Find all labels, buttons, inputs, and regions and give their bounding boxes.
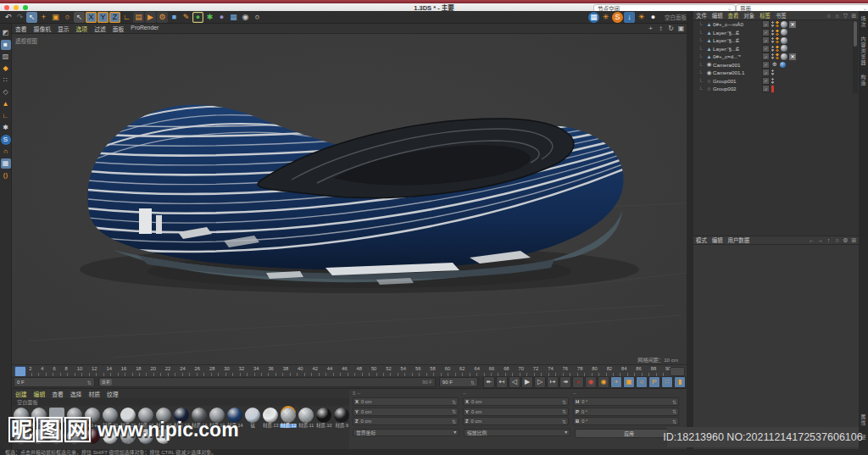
stepper-icon[interactable]: ⇅ [672,408,676,414]
material-swatch[interactable]: 材质.12 [280,407,298,428]
current-frame-input[interactable]: 0 F ⇅ [14,377,95,387]
sphere-badge[interactable] [781,21,787,28]
render-settings-icon[interactable]: ⚙ [157,12,168,23]
volume-icon[interactable]: ● [216,12,227,23]
target-badge[interactable]: ⊕ [771,61,778,68]
xtag-badge[interactable]: ✕ [789,21,796,28]
record-keyframe-icon[interactable]: ● [572,376,584,388]
material-swatch[interactable]: 材质.11 [298,407,315,428]
script-brackets-icon[interactable]: () [1,170,11,180]
object-row[interactable]: └○Group002✓ [693,85,853,93]
om-menu-书签[interactable]: 书签 [776,12,787,19]
polygons-mode-icon[interactable]: ▲ [1,99,11,109]
undo-icon[interactable]: ↶ [3,12,14,23]
key-position-icon[interactable]: + [610,376,622,388]
scale-mode-dropdown[interactable]: 缩放比例 ▾ [464,429,570,436]
lock-z-axis-icon[interactable]: Z [109,12,120,23]
sphere-badge[interactable] [781,29,787,36]
search-icon-icon[interactable]: ○ [825,12,832,19]
texture-mode-icon[interactable]: ▨ [1,52,11,62]
object-row[interactable]: └▲0#+_c—mÅ0✓✕ [693,20,853,29]
orange-badge[interactable] [776,30,779,36]
keyframe-selection-icon[interactable]: ▮ [674,376,686,388]
orange-badge[interactable] [776,46,779,52]
stepper-icon[interactable]: ⇅ [87,380,92,386]
render-view-icon[interactable]: ▤ [133,12,144,23]
home-icon-icon[interactable]: ⌂ [833,12,841,19]
workplane-mode-icon[interactable]: ◆ [1,64,11,74]
record-options-icon[interactable]: ◉ [585,376,597,388]
stepper-icon[interactable]: ⇅ [562,399,566,405]
viewport-menu-显示[interactable]: 显示 [58,25,70,33]
pen-spline-icon[interactable]: ✎ [181,12,192,23]
scale-tool-icon[interactable]: ▣ [50,12,61,23]
timeline-playhead[interactable] [14,366,26,377]
goto-start-icon[interactable]: ↞ [483,376,495,388]
object-row[interactable]: └▲Layer:'§...É✓ [693,45,853,53]
check-badge[interactable]: ✓ [762,36,770,44]
edges-mode-icon[interactable]: ◇ [1,87,11,97]
coordinate-field-X[interactable]: X0 cm⇅ [463,397,569,406]
range-start-chip[interactable]: 0 F [100,379,112,386]
coordinate-field-Z[interactable]: Z0 cm⇅ [463,417,569,425]
deformer-icon[interactable]: ✱ [204,12,215,23]
dots-badge[interactable] [771,78,774,84]
vertical-tab-属性[interactable]: 属性 [860,414,867,426]
up-arrow-icon-icon[interactable]: ↑ [825,236,832,244]
om-menu-标签[interactable]: 标签 [760,12,771,19]
am-menu-用户数据[interactable]: 用户数据 [728,236,750,244]
coordinate-field-H[interactable]: H0 °⇅ [573,397,679,406]
vertical-tab-构造[interactable]: 构造 [860,75,867,86]
sphere-badge[interactable] [781,37,787,44]
om-menu-查看[interactable]: 查看 [728,12,739,19]
timeline-ruler[interactable]: 0246810121416182022242628303234363840424… [12,364,687,376]
coordinate-field-P[interactable]: P0 °⇅ [573,408,679,416]
mat-menu-查看[interactable]: 查看 [52,390,64,398]
forward-arrow-icon-icon[interactable]: → [816,236,824,244]
last-tool-icon[interactable]: ↖ [74,12,85,23]
mograph-array-icon[interactable]: ▦ [228,12,239,23]
rotate-tool-icon[interactable]: ○ [62,12,73,23]
live-selection-icon[interactable]: ↖ [26,12,37,23]
qr-plugin-icon[interactable]: ▦ [588,12,599,23]
material-swatch[interactable]: 材质.13 [262,407,280,428]
object-row[interactable]: └◉Camera001.1✓ [693,69,853,77]
viewport-rotate-icon[interactable]: ↻ [666,24,676,33]
gear-icon-icon[interactable]: ⚙ [842,236,849,244]
object-row[interactable]: └▲Layer:'§...É✓ [693,36,853,45]
stepper-icon[interactable]: ⇅ [452,399,456,405]
dots-badge[interactable] [771,46,774,52]
key-parameter-icon[interactable]: P [648,376,660,388]
move-tool-icon[interactable]: + [38,12,49,23]
coordinate-system-icon[interactable]: ∟ [121,12,132,23]
stepper-icon[interactable]: ⇅ [452,419,456,424]
mat-menu-创建[interactable]: 创建 [15,390,27,398]
check-badge[interactable]: ✓ [762,53,770,60]
mat-menu-纹理[interactable]: 纹理 [107,390,119,398]
redbar-badge[interactable] [771,86,774,92]
vertical-tab-场次[interactable]: 场次 [860,16,867,28]
sketch-toon-icon[interactable]: S [612,12,623,23]
next-frame-icon[interactable]: ▷ [534,376,546,388]
prev-key-icon[interactable]: ↤ [496,376,508,388]
filter-icon-icon[interactable]: ▽ [842,12,849,19]
cube-primitive-icon[interactable]: ■ [169,12,180,23]
stepper-icon[interactable]: ⇅ [562,408,566,414]
redo-icon[interactable]: ↷ [14,12,25,23]
mat-menu-选择[interactable]: 选择 [70,390,82,398]
object-row[interactable]: └◉Camera001✓⊕ [693,61,853,69]
om-menu-文件[interactable]: 文件 [696,12,707,19]
sun-plugin-icon[interactable]: ☀ [636,12,647,23]
drop-to-floor-icon[interactable]: ↓ [624,12,635,23]
lock-y-axis-icon[interactable]: Y [97,12,108,23]
magnet-tool-icon[interactable]: ∩ [1,147,11,157]
end-frame-input[interactable]: 90 F ⇅ [439,377,478,387]
coordinate-field-X[interactable]: X0 cm⇅ [353,397,459,406]
check-badge[interactable]: ✓ [762,61,770,69]
timeline-step-dropdown[interactable] [670,367,685,376]
check-badge[interactable]: ✓ [762,29,770,36]
coordinate-field-B[interactable]: B0 °⇅ [573,417,679,425]
dots-badge[interactable] [771,21,774,27]
material-swatch[interactable]: 材质.10 [315,407,333,428]
sphere-badge[interactable] [781,45,787,52]
